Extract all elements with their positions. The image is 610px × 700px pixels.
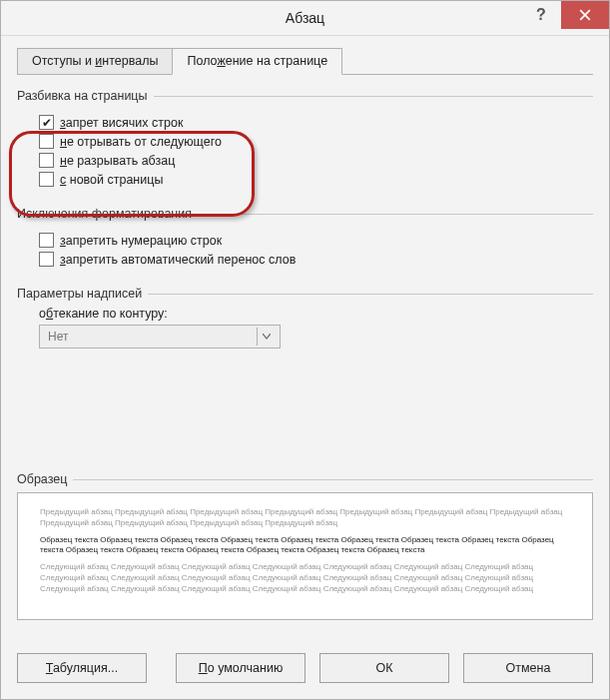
preview-next-text: Следующий абзац Следующий абзац Следующи… <box>40 562 570 594</box>
close-icon <box>579 9 591 21</box>
group-pagination-content: запрет висячих строк не отрывать от след… <box>17 109 593 193</box>
group-textbox: Параметры надписей обтекание по контуру:… <box>17 287 593 349</box>
help-button[interactable]: ? <box>521 1 561 29</box>
checkbox-no-hyphenation[interactable]: запретить автоматический перенос слов <box>39 252 593 267</box>
checkbox-keep-with-next[interactable]: не отрывать от следующего <box>39 134 593 149</box>
group-formatting: Исключения форматирования запретить нуме… <box>17 207 593 273</box>
checkbox-label: запретить нумерацию строк <box>60 234 222 248</box>
chevron-down-icon <box>257 328 276 346</box>
dialog-title: Абзац <box>286 10 324 26</box>
checkbox-label: не разрывать абзац <box>60 154 175 168</box>
preview-sample-text: Образец текста Образец текста Образец те… <box>40 535 570 557</box>
title-bar: Абзац ? <box>1 1 609 36</box>
preview-prev-text: Предыдущий абзац Предыдущий абзац Предыд… <box>40 507 570 529</box>
dialog-body: Отступы и интервалы Положение на страниц… <box>1 36 609 639</box>
group-preview-title: Образец <box>17 472 67 486</box>
cancel-button[interactable]: Отмена <box>463 653 593 683</box>
group-textbox-header: Параметры надписей <box>17 287 593 301</box>
checkbox-icon <box>39 233 54 248</box>
group-preview-header: Образец <box>17 472 593 486</box>
group-pagination: Разбивка на страницы запрет висячих стро… <box>17 89 593 193</box>
checkbox-icon <box>39 134 54 149</box>
group-pagination-title: Разбивка на страницы <box>17 89 148 103</box>
group-textbox-title: Параметры надписей <box>17 287 142 301</box>
checkbox-icon <box>39 115 54 130</box>
set-default-button[interactable]: По умолчанию <box>176 653 305 683</box>
tight-wrap-value: Нет <box>48 330 68 344</box>
group-preview: Образец Предыдущий абзац Предыдущий абза… <box>17 472 593 620</box>
button-bar: Табуляция... По умолчанию ОК Отмена <box>1 639 609 699</box>
checkbox-suppress-line-numbers[interactable]: запретить нумерацию строк <box>39 233 593 248</box>
group-formatting-title: Исключения форматирования <box>17 207 192 221</box>
checkbox-icon <box>39 252 54 267</box>
group-pagination-header: Разбивка на страницы <box>17 89 593 103</box>
checkbox-icon <box>39 153 54 168</box>
tab-position[interactable]: Положение на странице <box>172 48 342 75</box>
tab-indents[interactable]: Отступы и интервалы <box>17 48 173 75</box>
checkbox-label: не отрывать от следующего <box>60 135 222 149</box>
close-button[interactable] <box>561 1 609 29</box>
preview-box: Предыдущий абзац Предыдущий абзац Предыд… <box>17 492 593 620</box>
checkbox-label: с новой страницы <box>60 173 163 187</box>
checkbox-widow-control[interactable]: запрет висячих строк <box>39 115 593 130</box>
checkbox-label: запретить автоматический перенос слов <box>60 253 296 267</box>
checkbox-keep-together[interactable]: не разрывать абзац <box>39 153 593 168</box>
checkbox-page-break-before[interactable]: с новой страницы <box>39 172 593 187</box>
group-formatting-content: запретить нумерацию строк запретить авто… <box>17 227 593 273</box>
dialog-window: Абзац ? Отступы и интервалы Положение на… <box>0 0 610 700</box>
checkbox-label: запрет висячих строк <box>60 116 183 130</box>
checkbox-icon <box>39 172 54 187</box>
tight-wrap-label: обтекание по контуру: <box>39 307 593 321</box>
tabs-button[interactable]: Табуляция... <box>17 653 147 683</box>
title-buttons: ? <box>521 1 609 29</box>
group-formatting-header: Исключения форматирования <box>17 207 593 221</box>
ok-button[interactable]: ОК <box>319 653 449 683</box>
tight-wrap-select[interactable]: Нет <box>39 325 281 349</box>
tab-strip: Отступы и интервалы Положение на страниц… <box>17 48 593 75</box>
